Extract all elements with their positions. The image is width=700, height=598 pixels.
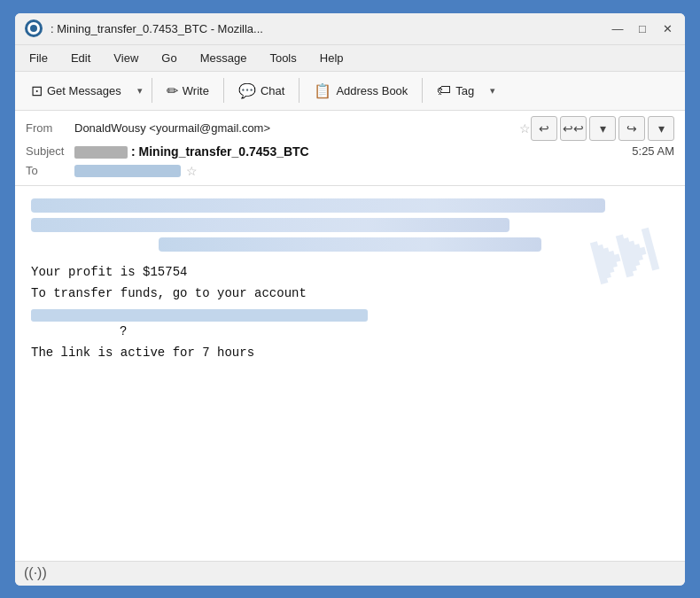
body-question: ?	[31, 322, 669, 343]
more-actions-dropdown[interactable]: ▾	[648, 116, 674, 141]
to-row: To ☆	[26, 162, 674, 180]
menu-view[interactable]: View	[110, 50, 142, 66]
email-body: ⏭ Your profit is $15754 To transfer fund…	[15, 186, 685, 561]
connection-icon: ((·))	[24, 565, 47, 581]
menu-file[interactable]: File	[26, 50, 51, 66]
to-label: To	[26, 164, 74, 177]
menu-edit[interactable]: Edit	[67, 50, 94, 66]
blurred-line-2	[31, 218, 509, 232]
tag-dropdown[interactable]: ▾	[486, 82, 499, 100]
email-header: From DonaldWousy <yourmail@gmail.com> ☆ …	[15, 111, 685, 186]
from-star-icon[interactable]: ☆	[519, 121, 531, 136]
menu-help[interactable]: Help	[316, 50, 347, 66]
from-content: From DonaldWousy <yourmail@gmail.com> ☆	[26, 121, 531, 136]
more-reply-dropdown[interactable]: ▾	[589, 116, 616, 141]
timestamp: 5:25 AM	[632, 144, 674, 158]
body-line-4: The link is active for 7 hours	[31, 343, 669, 364]
from-value: DonaldWousy <yourmail@gmail.com>	[74, 121, 514, 135]
subject-value: : Mining_transfer_0.7453_BTC	[74, 144, 621, 159]
toolbar-separator-2	[223, 78, 224, 103]
get-messages-icon: ⊡	[31, 82, 43, 99]
blurred-line-3	[159, 237, 541, 252]
blurred-line-1	[31, 198, 605, 213]
from-row: From DonaldWousy <yourmail@gmail.com> ☆ …	[26, 116, 674, 141]
address-book-label: Address Book	[336, 84, 408, 97]
email-action-buttons: ↩ ↩↩ ▾ ↪ ▾	[531, 116, 674, 141]
chat-label: Chat	[261, 84, 284, 97]
menu-tools[interactable]: Tools	[266, 50, 299, 66]
get-messages-button[interactable]: ⊡ Get Messages	[22, 78, 130, 104]
menu-go[interactable]: Go	[158, 50, 180, 66]
reply-button[interactable]: ↩	[531, 116, 557, 141]
body-line-2: To transfer funds, go to your account	[31, 283, 669, 305]
to-star-icon[interactable]: ☆	[186, 164, 198, 178]
get-messages-label: Get Messages	[47, 84, 121, 97]
status-bar: ((·))	[15, 561, 685, 586]
chat-icon: 💬	[238, 82, 256, 99]
write-label: Write	[183, 84, 209, 97]
close-button[interactable]: ✕	[658, 19, 676, 37]
subject-row: Subject : Mining_transfer_0.7453_BTC 5:2…	[26, 141, 674, 162]
minimize-button[interactable]: —	[609, 19, 626, 37]
window-controls: — □ ✕	[609, 19, 676, 37]
app-icon	[24, 19, 43, 38]
subject-blurred	[74, 146, 128, 159]
title-bar: : Mining_transfer_0.7453_BTC - Mozilla..…	[15, 13, 685, 45]
forward-button[interactable]: ↪	[618, 116, 645, 141]
body-line-1: Your profit is $15754	[31, 262, 669, 283]
write-icon: ✏	[167, 82, 178, 99]
body-text: Your profit is $15754 To transfer funds,…	[31, 262, 669, 305]
menu-message[interactable]: Message	[197, 50, 251, 66]
main-window: : Mining_transfer_0.7453_BTC - Mozilla..…	[13, 12, 687, 587]
menu-bar: File Edit View Go Message Tools Help	[15, 45, 685, 72]
blurred-link-row	[31, 309, 669, 322]
write-button[interactable]: ✏ Write	[158, 78, 218, 104]
toolbar-separator-4	[422, 78, 423, 103]
to-value-blurred	[74, 165, 181, 177]
chat-button[interactable]: 💬 Chat	[229, 78, 293, 104]
address-book-icon: 📋	[314, 82, 331, 99]
tag-icon: 🏷	[437, 82, 451, 98]
toolbar-separator-3	[299, 78, 299, 103]
tag-label: Tag	[455, 84, 474, 97]
reply-all-button[interactable]: ↩↩	[560, 116, 587, 141]
maximize-button[interactable]: □	[634, 19, 651, 37]
toolbar-separator-1	[152, 78, 152, 103]
address-book-button[interactable]: 📋 Address Book	[305, 78, 416, 104]
tag-button[interactable]: 🏷 Tag	[428, 78, 483, 103]
subject-label: Subject	[26, 144, 74, 158]
get-messages-dropdown[interactable]: ▾	[134, 82, 146, 100]
from-label: From	[26, 121, 74, 135]
toolbar: ⊡ Get Messages ▾ ✏ Write 💬 Chat 📋 Addres…	[15, 72, 685, 111]
window-title: : Mining_transfer_0.7453_BTC - Mozilla..…	[51, 22, 602, 35]
svg-point-2	[30, 25, 37, 32]
blurred-link	[31, 309, 368, 322]
